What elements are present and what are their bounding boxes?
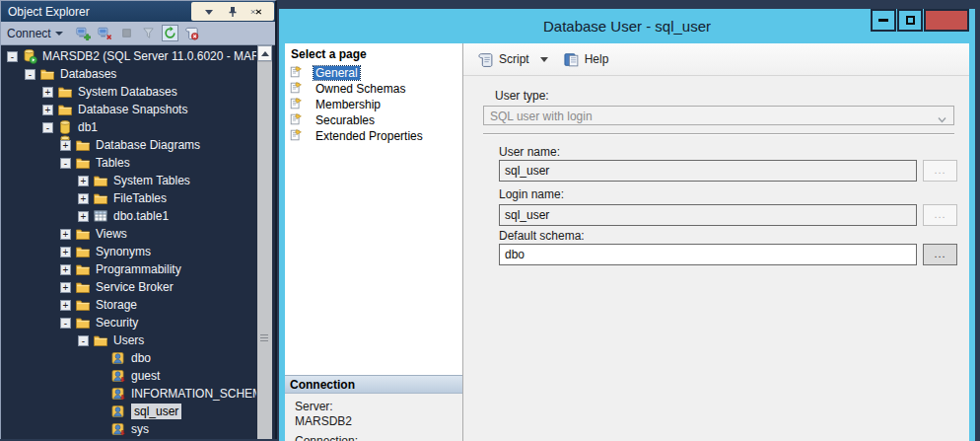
page-list-item[interactable]: Extended Properties	[285, 128, 462, 144]
tree-item[interactable]: + Programmability	[1, 260, 256, 278]
server-label: Server:	[295, 400, 462, 413]
expander-icon[interactable]: -	[25, 69, 35, 80]
refresh-icon[interactable]	[162, 25, 178, 41]
connection-header: Connection	[285, 375, 462, 394]
connect-server-icon[interactable]	[75, 25, 92, 41]
stop-icon[interactable]	[118, 25, 135, 41]
connection-panel: Connection Server: MARSDB2 Connection:	[285, 375, 462, 441]
page-icon	[289, 112, 305, 128]
expander-icon[interactable]: +	[60, 140, 71, 151]
user-deny-icon	[110, 421, 126, 437]
pin-icon[interactable]	[227, 6, 239, 18]
tree-item[interactable]: guest	[1, 367, 256, 385]
close-icon[interactable]	[250, 6, 262, 18]
vertical-scrollbar[interactable]	[257, 45, 272, 439]
tree-item[interactable]: + Storage	[1, 296, 256, 314]
page-icon	[289, 128, 305, 144]
tree-item[interactable]: - Tables	[1, 154, 256, 172]
expander-icon[interactable]: +	[78, 193, 89, 204]
default-schema-field[interactable]	[499, 244, 917, 265]
expander-icon[interactable]: -	[60, 158, 71, 169]
object-explorer-panel: Object Explorer Connect - MARSDB2 (SQL S…	[0, 0, 277, 439]
connection-label: Connection:	[295, 434, 462, 441]
page-list-item[interactable]: Owned Schemas	[285, 81, 462, 97]
user-deny-icon	[110, 386, 126, 402]
expander-icon[interactable]: +	[60, 282, 71, 293]
page-list-item[interactable]: Securables	[285, 112, 462, 128]
tree-item[interactable]: - Users	[1, 331, 256, 349]
tree-item[interactable]: + FileTables	[1, 189, 256, 207]
user-name-field	[499, 160, 917, 182]
window-position-icon[interactable]	[203, 6, 215, 18]
tree-item[interactable]: + System Tables	[1, 172, 256, 189]
disconnect-icon[interactable]	[97, 25, 113, 41]
user-name-browse-button: ...	[923, 160, 957, 182]
connect-button[interactable]: Connect	[7, 27, 63, 40]
server-icon	[22, 48, 37, 64]
login-name-browse-button: ...	[923, 204, 957, 226]
tree-item[interactable]: dbo	[1, 349, 256, 367]
script-icon	[477, 51, 494, 68]
page-list-item[interactable]: Membership	[285, 97, 462, 112]
expander-icon[interactable]: +	[78, 211, 89, 222]
folder-icon	[75, 279, 91, 295]
expander-icon[interactable]: +	[42, 105, 53, 115]
folder-icon	[75, 226, 91, 242]
page-list: General Owned Schemas Membership Securab…	[285, 65, 462, 144]
user-type-label: User type:	[495, 89, 549, 103]
tree-item[interactable]: + dbo.table1	[1, 207, 256, 225]
folder-icon	[75, 315, 91, 331]
close-button[interactable]	[924, 9, 969, 32]
script-button[interactable]: Script	[499, 52, 529, 66]
tree-item[interactable]: - Security	[1, 314, 256, 331]
filter-icon[interactable]	[140, 25, 157, 41]
page-icon	[289, 65, 305, 81]
maximize-button[interactable]	[897, 9, 923, 32]
page-list-item[interactable]: General	[285, 65, 462, 81]
separator	[483, 133, 954, 135]
default-schema-label: Default schema:	[499, 229, 585, 243]
tree-item[interactable]: + Service Broker	[1, 278, 256, 296]
tree-item[interactable]: + Views	[1, 225, 256, 243]
default-schema-browse-button[interactable]: ...	[923, 244, 957, 265]
scrollbar-thumb[interactable]	[257, 61, 272, 439]
table-icon	[93, 208, 108, 224]
expander-icon[interactable]: -	[7, 51, 18, 62]
tree-item[interactable]: + Database Diagrams	[1, 136, 256, 154]
help-button[interactable]: Help	[585, 52, 609, 66]
expander-icon[interactable]: -	[42, 122, 53, 133]
user-deny-icon	[110, 368, 126, 384]
expander-icon[interactable]: +	[60, 300, 71, 311]
tree-item[interactable]: sql_user	[1, 403, 256, 420]
scrollbar-up-arrow[interactable]	[257, 45, 272, 61]
minimize-icon	[878, 19, 888, 22]
expander-icon[interactable]: +	[60, 247, 71, 257]
folder-icon	[75, 244, 91, 259]
expander-icon[interactable]: -	[60, 318, 71, 329]
tree-item[interactable]: + Database Snapshots	[1, 101, 256, 118]
tree-item[interactable]: - MARSDB2 (SQL Server 11.0.6020 - MARSD	[1, 47, 256, 65]
tree-item[interactable]: + System Databases	[1, 83, 256, 101]
dialog-main-pane: Script Help User type: SQL user with log…	[463, 43, 969, 441]
tree-item[interactable]: INFORMATION_SCHEMA	[1, 385, 256, 403]
tree-item[interactable]: sys	[1, 420, 256, 438]
expander-icon[interactable]: +	[60, 229, 71, 240]
expander-icon[interactable]: -	[78, 335, 89, 346]
tree-item[interactable]: - db1	[1, 118, 256, 136]
script-dropdown-arrow[interactable]	[540, 57, 548, 62]
oe-toolbar-icons	[75, 25, 200, 41]
expander-icon[interactable]: +	[42, 87, 53, 98]
database-icon	[57, 119, 73, 135]
tree-item[interactable]: - Databases	[1, 65, 256, 83]
minimize-button[interactable]	[871, 9, 896, 32]
help-icon	[563, 51, 580, 68]
login-name-field	[499, 204, 917, 226]
select-a-page-header: Select a page	[285, 43, 462, 65]
script-error-icon[interactable]	[183, 25, 200, 41]
expander-icon[interactable]: +	[78, 176, 89, 186]
page-icon	[289, 81, 305, 97]
maximize-icon	[906, 16, 915, 25]
tree-item[interactable]: + Synonyms	[1, 243, 256, 260]
expander-icon[interactable]: +	[60, 264, 71, 275]
user-name-label: User name:	[499, 145, 560, 159]
